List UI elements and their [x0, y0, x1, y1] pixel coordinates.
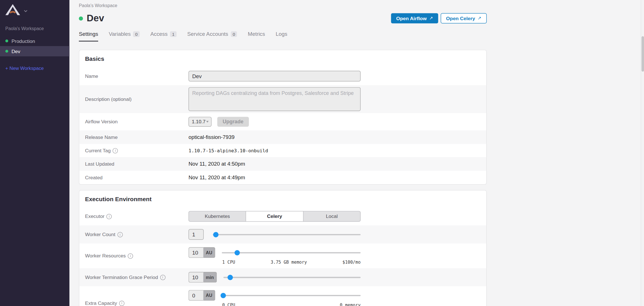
- slider-track[interactable]: [222, 252, 361, 253]
- info-icon[interactable]: i: [128, 253, 133, 259]
- executor-segmented-control: Kubernetes Celery Local: [188, 211, 361, 222]
- slider-thumb[interactable]: [235, 250, 240, 255]
- release-name-label: Release Name: [85, 134, 118, 140]
- last-updated-value: Nov 11, 2020 at 4:50pm: [188, 161, 245, 167]
- cpu-readout: 0 CPU: [222, 302, 235, 306]
- card-title-basics: Basics: [79, 50, 486, 67]
- airflow-version-value: 1.10.7: [192, 119, 205, 124]
- main-content: Paola's Workspace Dev Open Airflow ↗ Ope…: [70, 0, 644, 306]
- tab-bar: Settings Variables 0 Access 1 Service Ac…: [79, 31, 644, 42]
- worker-count-row: Worker Count i: [79, 225, 486, 243]
- worker-resources-unit: AU: [203, 247, 215, 258]
- info-icon[interactable]: i: [160, 274, 165, 280]
- tab-count-badge: 1: [170, 31, 176, 37]
- slider-track[interactable]: [213, 234, 361, 235]
- tab-logs[interactable]: Logs: [276, 31, 287, 42]
- grace-period-input[interactable]: [188, 272, 203, 283]
- executor-option-celery[interactable]: Celery: [246, 211, 303, 222]
- page-title-wrap: Dev: [79, 13, 104, 24]
- card-title-execution: Execution Environment: [79, 190, 486, 207]
- grace-period-slider[interactable]: [223, 274, 361, 280]
- workspace-env-list: Production Dev: [0, 36, 70, 56]
- external-link-icon: ↗: [429, 16, 433, 21]
- tab-metrics[interactable]: Metrics: [248, 31, 265, 42]
- extra-capacity-readout: 0 CPU 0 memory: [222, 302, 361, 306]
- worker-count-label: Worker Count: [85, 232, 115, 237]
- info-icon[interactable]: i: [119, 301, 125, 306]
- sidebar-item-label: Dev: [12, 48, 20, 54]
- executor-option-kubernetes[interactable]: Kubernetes: [188, 211, 246, 222]
- worker-resources-label: Worker Resources: [85, 253, 126, 259]
- memory-readout: 3.75 GB memory: [271, 259, 307, 264]
- worker-resources-row: Worker Resources i AU: [79, 243, 486, 268]
- tab-settings[interactable]: Settings: [79, 31, 98, 42]
- executor-option-local[interactable]: Local: [303, 211, 361, 222]
- tab-access[interactable]: Access 1: [150, 31, 176, 42]
- page-header: Dev Open Airflow ↗ Open Celery ↗: [79, 13, 487, 24]
- tab-label: Variables: [109, 31, 131, 37]
- slider-thumb[interactable]: [213, 232, 219, 237]
- caret-down-icon: [206, 121, 209, 123]
- last-updated-label: Last Updated: [85, 161, 114, 167]
- tab-label: Settings: [79, 31, 98, 37]
- page-title: Dev: [87, 13, 104, 24]
- airflow-version-select[interactable]: 1.10.7: [188, 117, 211, 127]
- sidebar-item-dev[interactable]: Dev: [0, 46, 70, 56]
- info-icon[interactable]: i: [106, 214, 112, 219]
- current-tag-label: Current Tag: [85, 148, 111, 153]
- extra-capacity-unit: AU: [203, 290, 215, 301]
- slider-track[interactable]: [223, 277, 361, 278]
- tab-label: Service Accounts: [187, 31, 228, 37]
- open-airflow-button[interactable]: Open Airflow ↗: [391, 13, 438, 23]
- tab-service-accounts[interactable]: Service Accounts 0: [187, 31, 237, 42]
- tab-label: Logs: [276, 31, 287, 37]
- logo-row: [0, 0, 70, 15]
- astronomer-logo[interactable]: [5, 4, 20, 15]
- slider-track[interactable]: [222, 295, 361, 296]
- slider-thumb[interactable]: [221, 293, 226, 298]
- workspace-name-label: Paola's Workspace: [0, 15, 70, 31]
- tab-count-badge: 0: [133, 31, 140, 37]
- worker-resources-input[interactable]: [188, 247, 203, 258]
- name-input[interactable]: [188, 71, 361, 82]
- cost-readout: $100/mo: [342, 259, 361, 264]
- new-workspace-link[interactable]: + New Workspace: [0, 66, 70, 71]
- worker-count-slider[interactable]: [213, 232, 361, 237]
- info-icon[interactable]: i: [113, 148, 118, 153]
- release-name-row: Release Name optical-fission-7939: [79, 130, 486, 144]
- breadcrumb: Paola's Workspace: [79, 0, 644, 8]
- grace-period-row: Worker Termination Grace Period i min: [79, 268, 486, 286]
- sidebar-item-production[interactable]: Production: [0, 36, 70, 46]
- current-tag-value: 1.10.7-15-alpine3.10-onbuild: [188, 148, 268, 153]
- chevron-down-icon[interactable]: [24, 7, 28, 14]
- description-label: Description (optional): [85, 96, 132, 102]
- worker-resources-slider[interactable]: [222, 250, 361, 255]
- created-row: Created Nov 11, 2020 at 4:49pm: [79, 171, 486, 184]
- extra-capacity-input[interactable]: [188, 290, 203, 301]
- execution-environment-card: Execution Environment Executor i Kuberne…: [79, 190, 487, 306]
- sidebar-item-label: Production: [12, 38, 35, 44]
- external-link-icon: ↗: [477, 16, 481, 21]
- cpu-readout: 1 CPU: [222, 259, 235, 264]
- extra-capacity-label: Extra Capacity: [85, 300, 117, 306]
- description-input[interactable]: [188, 87, 361, 111]
- status-dot-green: [5, 39, 8, 42]
- slider-thumb[interactable]: [228, 274, 233, 280]
- app-window: Paola's Workspace Production Dev + New W…: [0, 0, 644, 306]
- open-celery-button[interactable]: Open Celery ↗: [441, 13, 487, 23]
- created-label: Created: [85, 175, 103, 180]
- open-airflow-label: Open Airflow: [396, 15, 426, 21]
- upgrade-button[interactable]: Upgrade: [217, 117, 249, 127]
- sidebar: Paola's Workspace Production Dev + New W…: [0, 0, 70, 306]
- vertical-scrollbar[interactable]: [641, 0, 644, 306]
- release-name-value: optical-fission-7939: [188, 134, 234, 140]
- tab-label: Metrics: [248, 31, 265, 37]
- deployment-status-dot: [79, 16, 83, 20]
- current-tag-row: Current Tag i 1.10.7-15-alpine3.10-onbui…: [79, 144, 486, 157]
- extra-capacity-slider[interactable]: [222, 293, 361, 298]
- airflow-version-row: Airflow Version 1.10.7 Upgrade: [79, 113, 486, 130]
- scrollbar-thumb[interactable]: [641, 36, 644, 72]
- info-icon[interactable]: i: [117, 232, 123, 237]
- tab-variables[interactable]: Variables 0: [109, 31, 140, 42]
- worker-count-input[interactable]: [188, 229, 204, 240]
